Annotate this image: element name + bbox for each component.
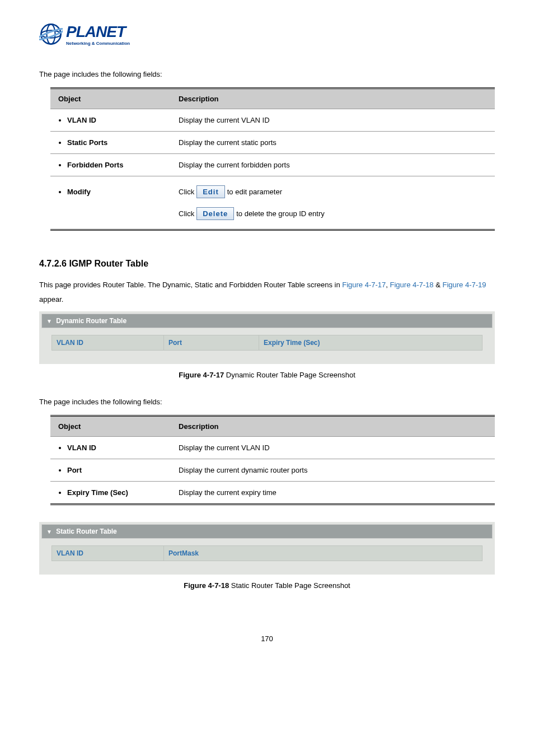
panel-body-static: VLAN ID PortMask: [41, 539, 493, 572]
panel-title-dynamic: Dynamic Router Table: [56, 317, 127, 325]
obj-vlan-id: VLAN ID: [67, 115, 163, 125]
figcap2-bold: Figure 4-7-18: [184, 581, 229, 590]
panel-header-static: ▼ Static Router Table: [41, 524, 493, 539]
comma1: ,: [386, 281, 390, 289]
section-heading: 4.7.2.6 IGMP Router Table: [39, 259, 495, 269]
obj2-port: Port: [67, 465, 163, 475]
figcap2-text: Static Router Table Page Screenshot: [229, 581, 350, 590]
th-object: Object: [50, 88, 171, 109]
logo-text: PLANET Networking & Communication: [66, 23, 130, 46]
para-post: appear.: [39, 295, 63, 304]
click-post-2: to delete the group ID entry: [236, 209, 325, 218]
obj-modify: Modify: [67, 186, 163, 197]
figure-link-4-7-17[interactable]: Figure 4-7-17: [342, 281, 386, 289]
static-router-table-panel: ▼ Static Router Table VLAN ID PortMask: [39, 522, 495, 575]
col-vlan-id: VLAN ID: [51, 335, 163, 351]
desc-vlan-id: Display the current VLAN ID: [171, 109, 495, 132]
col-port: Port: [163, 335, 259, 351]
obj2-expiry: Expiry Time (Sec): [67, 487, 163, 498]
desc2-port: Display the current dynamic router ports: [171, 459, 495, 482]
delete-button-graphic: Delete: [196, 207, 234, 220]
figure-caption-2: Figure 4-7-18 Static Router Table Page S…: [39, 581, 495, 590]
click-text-2: Click: [179, 209, 194, 218]
para-pre: This page provides Router Table. The Dyn…: [39, 281, 342, 289]
section-paragraph: This page provides Router Table. The Dyn…: [39, 278, 495, 307]
panel-title-static: Static Router Table: [56, 528, 116, 535]
figure-link-4-7-19[interactable]: Figure 4-7-19: [442, 281, 486, 289]
figcap1-bold: Figure 4-7-17: [179, 371, 224, 379]
edit-button-graphic: Edit: [196, 185, 225, 198]
logo-title: PLANET: [66, 23, 130, 41]
panel-body-dynamic: VLAN ID Port Expiry Time (Sec): [41, 328, 493, 362]
obj2-vlan-id: VLAN ID: [67, 442, 163, 453]
desc-forbidden-ports: Display the current forbidden ports: [171, 154, 495, 176]
collapse-arrow-icon: ▼: [46, 318, 52, 324]
th-description-2: Description: [171, 416, 495, 437]
obj-forbidden-ports: Forbidden Ports: [67, 160, 163, 170]
collapse-arrow-icon-2: ▼: [46, 529, 52, 535]
obj-static-ports: Static Ports: [67, 137, 163, 148]
planet-globe-icon: [39, 22, 63, 46]
figcap1-text: Dynamic Router Table Page Screenshot: [224, 371, 355, 379]
figure-caption-1: Figure 4-7-17 Dynamic Router Table Page …: [39, 371, 495, 379]
static-col-headers: VLAN ID PortMask: [51, 545, 483, 561]
desc2-vlan-id: Display the current VLAN ID: [171, 437, 495, 459]
definition-table-2: Object Description VLAN ID Display the c…: [50, 415, 495, 505]
page-number: 170: [39, 634, 495, 643]
th-object-2: Object: [50, 416, 171, 437]
col-expiry: Expiry Time (Sec): [259, 335, 483, 351]
intro-text-2: The page includes the following fields:: [39, 396, 495, 408]
intro-text-1: The page includes the following fields:: [39, 68, 495, 81]
svg-point-2: [46, 24, 55, 44]
desc-modify: Click Edit to edit parameter Click Delet…: [171, 176, 495, 230]
click-post-1: to edit parameter: [227, 188, 282, 196]
desc-static-ports: Display the current static ports: [171, 132, 495, 154]
definition-table-1: Object Description VLAN ID Display the c…: [50, 87, 495, 231]
col-static-portmask: PortMask: [163, 545, 483, 561]
logo-block: PLANET Networking & Communication: [39, 22, 495, 46]
dynamic-router-table-panel: ▼ Dynamic Router Table VLAN ID Port Expi…: [39, 311, 495, 364]
panel-header-dynamic: ▼ Dynamic Router Table: [41, 314, 493, 328]
dynamic-col-headers: VLAN ID Port Expiry Time (Sec): [51, 335, 483, 351]
click-text-1: Click: [179, 188, 194, 196]
col-static-vlan-id: VLAN ID: [51, 545, 163, 561]
amp: &: [434, 281, 443, 289]
desc2-expiry: Display the current expiry time: [171, 482, 495, 505]
logo-subtitle: Networking & Communication: [66, 41, 130, 46]
figure-link-4-7-18[interactable]: Figure 4-7-18: [390, 281, 434, 289]
th-description: Description: [171, 88, 495, 109]
